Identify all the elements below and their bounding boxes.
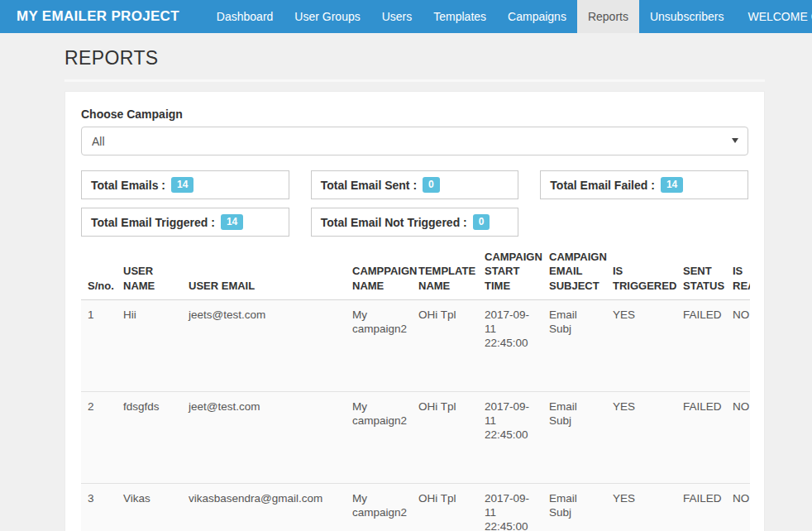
- table-cell: vikasbasendra@gmail.com: [182, 484, 346, 531]
- column-header: USER EMAIL: [182, 243, 346, 300]
- table-cell: 2: [81, 392, 117, 484]
- column-header: TEMPLATE NAME: [412, 243, 478, 300]
- stat-box: Total Emails :14: [81, 170, 289, 199]
- column-header: CAMPPAIGN NAME: [346, 243, 412, 300]
- nav-item-dashboard[interactable]: Dashboard: [206, 0, 284, 33]
- table-cell: 3: [81, 484, 117, 531]
- table-cell: Email Subj: [542, 484, 606, 531]
- stat-box: Total Email Failed :14: [540, 170, 748, 199]
- table-cell: OHi Tpl: [412, 392, 478, 484]
- page-title: REPORTS: [64, 47, 765, 69]
- nav-item-templates[interactable]: Templates: [423, 0, 497, 33]
- stat-value-badge: 0: [423, 177, 440, 194]
- column-header: IS TRIGGERED: [606, 243, 676, 300]
- table-body: 1Hiijeets@test.comMy campaign2OHi Tpl201…: [81, 300, 750, 531]
- table-cell: jeets@test.com: [182, 300, 346, 392]
- table-cell: My campaign2: [346, 484, 412, 531]
- user-menu-label: WELCOME OMG: [748, 0, 812, 33]
- stat-label: Total Email Sent :: [321, 179, 417, 192]
- table-cell: 2017-09-11 22:45:00: [478, 484, 542, 531]
- stat-value-badge: 14: [221, 214, 243, 231]
- choose-campaign-label: Choose Campaign: [81, 108, 748, 121]
- nav-item-user-groups[interactable]: User Groups: [284, 0, 370, 33]
- table-cell: FAILED: [676, 484, 726, 531]
- table-cell: FAILED: [676, 392, 726, 484]
- table-cell: YES: [606, 300, 676, 392]
- campaign-select-wrap: All: [81, 127, 748, 155]
- table-cell: NO: [726, 300, 750, 392]
- table-row: 2fdsgfdsjeet@test.comMy campaign2OHi Tpl…: [81, 392, 750, 484]
- page-content: REPORTS Choose Campaign All Total Emails…: [0, 47, 812, 531]
- stat-label: Total Email Failed :: [550, 179, 655, 192]
- table-cell: OHi Tpl: [412, 300, 478, 392]
- nav-item-campaigns[interactable]: Campaigns: [497, 0, 577, 33]
- table-row: 1Hiijeets@test.comMy campaign2OHi Tpl201…: [81, 300, 750, 392]
- table-cell: My campaign2: [346, 300, 412, 392]
- stat-value-badge: 0: [473, 214, 490, 231]
- table-cell: 1: [81, 300, 117, 392]
- table-row: 3Vikasvikasbasendra@gmail.comMy campaign…: [81, 484, 750, 531]
- stat-box: Total Email Sent :0: [311, 170, 519, 199]
- table-cell: YES: [606, 392, 676, 484]
- stat-label: Total Emails :: [91, 179, 165, 192]
- table-cell: Email Subj: [542, 392, 606, 484]
- stat-label: Total Email Triggered :: [91, 216, 215, 229]
- stat-value-badge: 14: [171, 177, 193, 194]
- table-cell: 2017-09-11 22:45:00: [478, 392, 542, 484]
- report-table: S/no.USER NAMEUSER EMAILCAMPPAIGN NAMETE…: [81, 243, 750, 531]
- reports-panel: Choose Campaign All Total Emails :14Tota…: [64, 91, 765, 531]
- report-table-wrapper: S/no.USER NAMEUSER EMAILCAMPPAIGN NAMETE…: [81, 243, 750, 531]
- table-cell: YES: [606, 484, 676, 531]
- stat-value-badge: 14: [661, 177, 683, 194]
- column-header: IS READ: [726, 243, 750, 300]
- table-cell: Email Subj: [542, 300, 606, 392]
- table-cell: fdsgfds: [117, 392, 182, 484]
- stat-label: Total Email Not Triggered :: [321, 216, 467, 229]
- nav-items: DashboardUser GroupsUsersTemplatesCampai…: [206, 0, 735, 33]
- nav-item-unsubscribers[interactable]: Unsubscribers: [639, 0, 734, 33]
- table-cell: Vikas: [117, 484, 182, 531]
- nav-item-users[interactable]: Users: [371, 0, 423, 33]
- column-header: CAMPAIGN START TIME: [478, 243, 542, 300]
- stats-grid: Total Emails :14Total Email Sent :0Total…: [81, 170, 748, 237]
- column-header: S/no.: [81, 243, 117, 300]
- nav-item-reports[interactable]: Reports: [577, 0, 639, 33]
- table-cell: My campaign2: [346, 392, 412, 484]
- table-cell: NO: [726, 484, 750, 531]
- title-divider: [64, 79, 765, 82]
- app-brand[interactable]: MY EMAILER PROJECT: [0, 0, 196, 33]
- table-cell: jeet@test.com: [182, 392, 346, 484]
- stat-box: Total Email Triggered :14: [81, 208, 289, 237]
- table-cell: Hii: [117, 300, 182, 392]
- column-header: SENT STATUS: [676, 243, 726, 300]
- campaign-select[interactable]: All: [81, 127, 748, 155]
- table-cell: 2017-09-11 22:45:00: [478, 300, 542, 392]
- column-header: USER NAME: [117, 243, 182, 300]
- column-header: CAMPAIGN EMAIL SUBJECT: [542, 243, 606, 300]
- stat-box: Total Email Not Triggered :0: [311, 208, 519, 237]
- table-cell: FAILED: [676, 300, 726, 392]
- top-navbar: MY EMAILER PROJECT DashboardUser GroupsU…: [0, 0, 812, 33]
- table-cell: OHi Tpl: [412, 484, 478, 531]
- user-menu[interactable]: WELCOME OMG: [734, 0, 812, 33]
- table-cell: NO: [726, 392, 750, 484]
- table-header-row: S/no.USER NAMEUSER EMAILCAMPPAIGN NAMETE…: [81, 243, 750, 300]
